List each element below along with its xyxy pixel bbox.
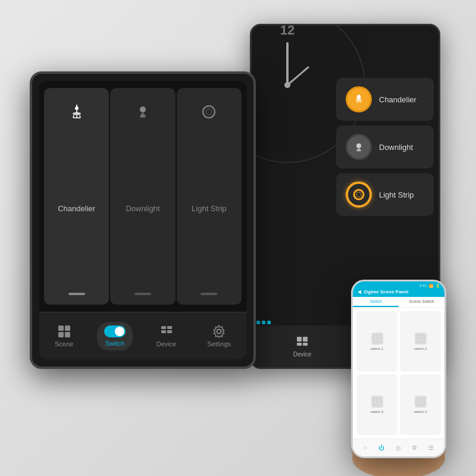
back-device-nav[interactable]: Device	[293, 336, 312, 358]
svg-point-34	[206, 109, 212, 115]
svg-point-15	[356, 150, 361, 152]
phone-grid: switch.1 switch.2	[353, 308, 444, 439]
phone-menu-icon[interactable]: ☰	[428, 444, 434, 451]
back-downlight-button[interactable]: Downlight	[336, 126, 434, 168]
chandelier-switch[interactable]: Chandelier	[44, 88, 109, 305]
settings-nav-label: Settings	[207, 340, 231, 347]
back-lightstrip-button[interactable]: Light Strip	[336, 173, 434, 216]
svg-point-33	[203, 106, 215, 118]
phone-gear-icon[interactable]: ⚙	[412, 444, 417, 451]
phone-switch-label-4: switch.4	[414, 410, 427, 414]
phone-switch-label-3: switch.3	[371, 410, 384, 414]
phone-bottom-bar: ○ ⏻ ◎ ⚙ ☰	[353, 439, 444, 456]
svg-rect-20	[297, 343, 302, 346]
svg-point-10	[356, 99, 362, 101]
front-panel: Chandelier Downlight	[30, 71, 256, 369]
svg-point-16	[354, 190, 364, 199]
chandelier-icon	[346, 86, 372, 112]
chandelier-indicator	[68, 293, 85, 295]
svg-rect-37	[58, 332, 64, 337]
svg-point-17	[356, 192, 361, 197]
svg-line-6	[287, 67, 308, 85]
bottom-nav: Scene Switch Device	[39, 312, 246, 359]
chandelier-label: Chandelier	[379, 95, 416, 104]
lightstrip-switch-icon	[197, 100, 221, 124]
svg-point-55	[420, 402, 421, 403]
settings-nav-item[interactable]: Settings	[200, 321, 238, 351]
svg-point-43	[217, 329, 221, 333]
chandelier-switch-icon	[65, 100, 89, 124]
svg-rect-41	[161, 330, 166, 333]
phone-tab-scene[interactable]: Scene Switch	[399, 297, 444, 307]
back-device-label: Device	[293, 351, 312, 358]
svg-rect-18	[297, 337, 302, 342]
phone-off-icon[interactable]: ○	[363, 444, 367, 451]
svg-point-31	[140, 107, 146, 112]
switch-nav-label: Switch	[105, 340, 124, 347]
svg-point-7	[284, 82, 290, 88]
svg-rect-21	[303, 343, 308, 346]
back-panel-content: Chandelier Downlight Light Strip	[331, 73, 439, 221]
downlight-switch-label: Downlight	[126, 204, 159, 213]
front-inner: Chandelier Downlight	[39, 81, 246, 359]
phone-switch-icon-4	[415, 396, 427, 408]
downlight-icon	[346, 134, 372, 160]
lightstrip-switch-label: Light Strip	[192, 204, 227, 213]
phone-tab-switch[interactable]: Switch	[353, 297, 399, 307]
svg-rect-40	[167, 326, 172, 329]
blue-indicator	[256, 321, 271, 324]
lightstrip-label: Light Strip	[379, 190, 414, 199]
phone-switch-icon-1	[371, 333, 383, 345]
phone-on-icon[interactable]: ⏻	[378, 444, 384, 451]
lightstrip-indicator	[201, 293, 217, 295]
svg-rect-39	[161, 326, 166, 329]
scene-nav-item[interactable]: Scene	[48, 321, 80, 351]
svg-point-46	[377, 339, 378, 340]
phone-title: Zigbee Scene Panel	[364, 289, 408, 295]
chandelier-switch-label: Chandelier	[58, 204, 95, 213]
svg-point-52	[377, 402, 378, 403]
scene-nav-label: Scene	[55, 340, 73, 347]
toggle-switch-icon	[104, 325, 126, 337]
phone-grid-item-2[interactable]: switch.2	[400, 311, 441, 372]
svg-rect-35	[58, 325, 64, 331]
svg-rect-38	[65, 332, 70, 337]
svg-text:12: 12	[280, 24, 295, 37]
svg-point-23	[75, 107, 79, 110]
svg-point-49	[420, 339, 421, 340]
svg-point-32	[140, 115, 146, 118]
phone-switch-icon-3	[371, 396, 383, 408]
device-nav-item[interactable]: Device	[149, 321, 184, 351]
downlight-indicator	[134, 293, 151, 295]
phone-screen: 9:41 📶 🔋 ◀ Zigbee Scene Panel Switch Sce…	[353, 281, 444, 456]
lightstrip-icon	[346, 181, 372, 208]
switch-panel: Chandelier Downlight	[39, 81, 246, 312]
smartphone: 9:41 📶 🔋 ◀ Zigbee Scene Panel Switch Sce…	[351, 280, 446, 458]
phone-switch-icon-2	[415, 333, 427, 345]
svg-rect-19	[303, 337, 308, 342]
phone-switch-label-2: switch.2	[414, 347, 427, 350]
phone-status-bar: 9:41 📶 🔋	[358, 284, 440, 288]
phone-tabs: Switch Scene Switch	[353, 297, 444, 308]
phone-grid-item-4[interactable]: switch.4	[400, 374, 441, 435]
device-nav-label: Device	[156, 340, 177, 347]
phone-grid-item-3[interactable]: switch.3	[356, 374, 397, 435]
phone-grid-item-1[interactable]: switch.1	[356, 311, 397, 372]
downlight-label: Downlight	[379, 143, 413, 152]
svg-point-8	[358, 95, 360, 97]
phone-circle-icon[interactable]: ◎	[396, 444, 401, 451]
downlight-switch[interactable]: Downlight	[110, 88, 175, 305]
svg-point-26	[73, 112, 81, 115]
svg-point-14	[356, 143, 361, 148]
switch-nav-item[interactable]: Switch	[97, 322, 133, 350]
phone-switch-label-1: switch.1	[371, 347, 384, 350]
svg-rect-36	[65, 325, 70, 331]
lightstrip-switch[interactable]: Light Strip	[177, 88, 242, 305]
back-chandelier-button[interactable]: Chandelier	[336, 78, 434, 121]
svg-rect-42	[167, 330, 172, 333]
downlight-switch-icon	[131, 100, 155, 124]
